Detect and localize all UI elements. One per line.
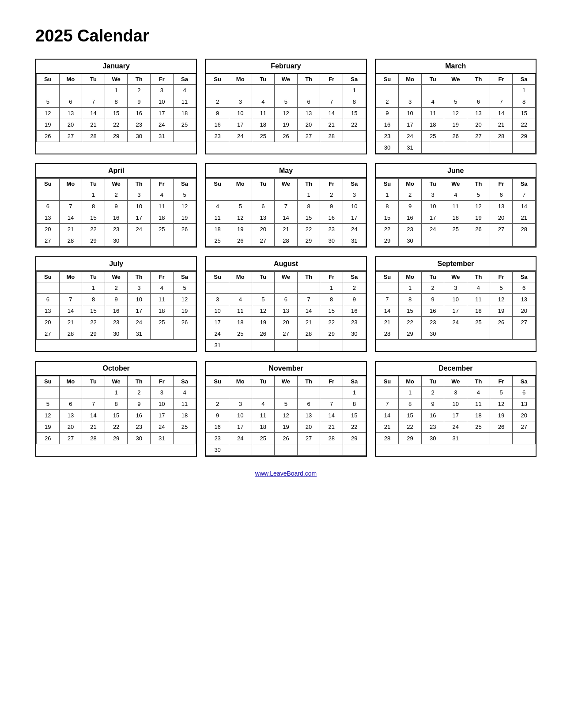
day-cell: 16 [343,305,366,317]
day-cell: 6 [275,294,298,305]
table-row: 1234 [37,85,196,96]
day-cell [467,433,490,444]
day-cell: 10 [128,201,151,212]
day-cell: 17 [151,108,174,119]
day-cell: 15 [513,108,536,119]
day-cell: 26 [252,328,275,340]
footer-link[interactable]: www.LeaveBoard.com [35,470,537,477]
day-cell: 7 [320,96,343,108]
day-cell: 23 [376,131,399,142]
month-table-september: SuMoTuWeThFrSa12345678910111213141516171… [376,271,536,340]
day-cell: 6 [252,201,275,212]
table-row: 28293031 [376,433,535,444]
day-header-su: Su [206,272,229,282]
day-cell [513,142,536,154]
day-header-sa: Sa [173,179,196,189]
table-row: 18192021222324 [206,224,366,235]
day-cell [275,85,298,96]
day-cell: 25 [151,224,174,235]
day-cell [343,444,366,456]
day-header-we: We [444,272,467,282]
day-cell: 18 [151,305,174,317]
day-cell [229,340,252,351]
month-title-november: November [206,362,366,376]
day-cell: 18 [467,305,490,317]
day-cell: 23 [206,131,229,142]
table-row: 2930 [376,235,535,247]
day-cell: 10 [229,108,252,119]
table-row: 30 [206,444,366,456]
day-cell: 30 [376,142,399,154]
day-cell: 2 [421,282,444,294]
day-header-sa: Sa [513,179,536,189]
day-cell [444,142,467,154]
day-header-fr: Fr [490,74,513,85]
day-header-su: Su [206,376,229,387]
table-row: 1234567 [376,189,535,201]
day-cell: 28 [376,328,399,340]
day-cell [173,328,196,340]
day-header-tu: Tu [252,74,275,85]
month-september: SeptemberSuMoTuWeThFrSa12345678910111213… [375,256,537,352]
day-cell [37,282,60,294]
day-cell: 10 [229,410,252,421]
day-cell: 8 [320,294,343,305]
day-cell: 2 [376,96,399,108]
table-row: 2345678 [206,398,366,410]
day-header-tu: Tu [252,179,275,189]
day-cell: 11 [467,294,490,305]
day-cell: 3 [151,387,174,398]
day-cell: 2 [206,96,229,108]
day-header-th: Th [128,74,151,85]
day-cell: 17 [343,212,366,224]
day-cell [275,282,298,294]
day-header-su: Su [376,376,399,387]
day-cell: 26 [37,433,60,444]
day-cell [173,131,196,142]
day-header-fr: Fr [490,272,513,282]
day-cell: 28 [82,433,105,444]
day-cell: 31 [128,328,151,340]
day-cell: 24 [444,317,467,328]
day-cell: 16 [128,108,151,119]
day-cell: 31 [343,235,366,247]
day-cell: 28 [82,131,105,142]
day-cell: 13 [490,201,513,212]
day-cell: 15 [297,212,320,224]
day-cell [444,328,467,340]
day-cell: 27 [490,224,513,235]
day-cell: 12 [275,108,298,119]
day-cell: 23 [105,224,128,235]
day-cell: 17 [229,119,252,131]
month-november: NovemberSuMoTuWeThFrSa123456789101112131… [205,361,367,457]
day-cell: 14 [297,305,320,317]
day-cell: 16 [128,410,151,421]
day-header-su: Su [376,272,399,282]
day-header-th: Th [467,179,490,189]
month-title-april: April [36,164,196,178]
day-cell: 12 [37,410,60,421]
table-row: 14151617181920 [376,305,535,317]
day-header-mo: Mo [229,376,252,387]
month-table-june: SuMoTuWeThFrSa12345678910111213141516171… [376,178,536,247]
day-cell: 1 [82,282,105,294]
day-cell [37,189,60,201]
month-title-december: December [376,362,536,376]
day-cell: 7 [513,189,536,201]
table-row: 21222324252627 [376,421,535,433]
day-cell: 24 [229,131,252,142]
table-row: 31 [206,340,366,351]
day-cell: 4 [206,201,229,212]
table-row: 16171819202122 [206,421,366,433]
day-cell: 18 [151,212,174,224]
day-cell: 15 [82,305,105,317]
day-cell: 1 [399,282,422,294]
day-cell: 1 [376,189,399,201]
day-cell [467,142,490,154]
day-header-fr: Fr [320,74,343,85]
day-cell: 22 [82,224,105,235]
day-cell: 21 [320,421,343,433]
day-cell: 20 [59,119,82,131]
day-cell [297,85,320,96]
table-row: 262728293031 [37,433,196,444]
